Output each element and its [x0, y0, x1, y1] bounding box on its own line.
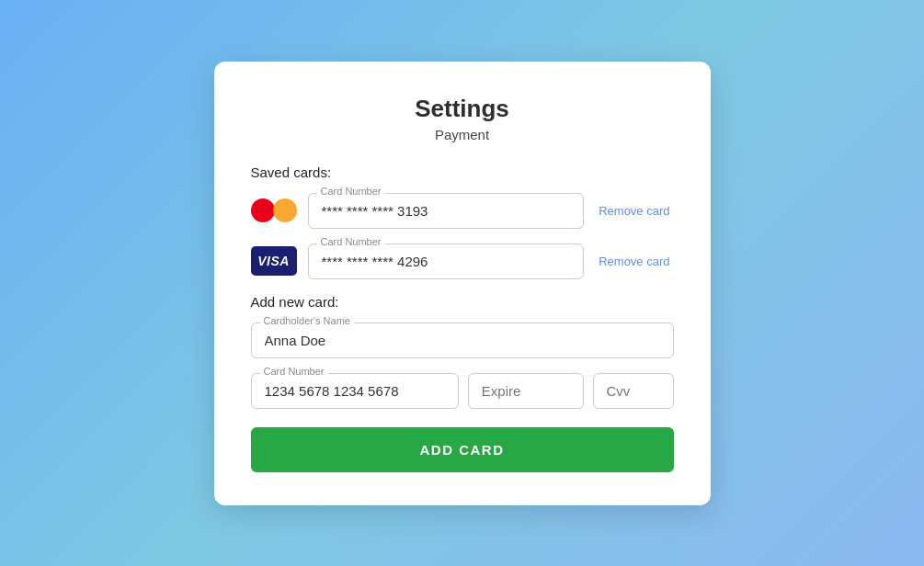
card-number-input-1[interactable]	[308, 193, 585, 229]
saved-card-row-visa: VISA Card Number Remove card	[251, 243, 674, 279]
modal-subtitle: Payment	[251, 127, 674, 142]
card-number-field-mastercard: Card Number	[308, 193, 585, 229]
cardholder-name-wrapper: Cardholder's Name	[251, 323, 674, 358]
cardholder-name-input[interactable]	[251, 323, 674, 358]
visa-badge: VISA	[251, 246, 297, 276]
visa-logo: VISA	[251, 244, 297, 277]
expire-wrapper	[468, 373, 584, 409]
card-number-field-visa: Card Number	[308, 243, 585, 279]
modal-title: Settings	[251, 95, 674, 123]
remove-card-button-1[interactable]: Remove card	[595, 204, 673, 218]
add-card-button[interactable]: ADD CARD	[251, 427, 674, 472]
mc-circle-right	[273, 198, 297, 222]
cvv-wrapper	[593, 373, 674, 409]
mc-circle-left	[251, 198, 275, 222]
saved-card-row-mastercard: Card Number Remove card	[251, 193, 674, 229]
settings-modal: Settings Payment Saved cards: Card Numbe…	[214, 62, 711, 505]
mastercard-logo	[251, 195, 297, 226]
card-number-input-2[interactable]	[308, 243, 585, 279]
new-card-fields-row: Card Number	[251, 373, 674, 409]
new-card-number-input[interactable]	[251, 373, 459, 409]
cvv-input[interactable]	[593, 373, 674, 409]
expire-input[interactable]	[468, 373, 584, 409]
new-card-number-wrapper: Card Number	[251, 373, 459, 409]
remove-card-button-2[interactable]: Remove card	[595, 255, 673, 268]
add-new-card-label: Add new card:	[251, 294, 674, 310]
saved-cards-label: Saved cards:	[251, 164, 674, 180]
